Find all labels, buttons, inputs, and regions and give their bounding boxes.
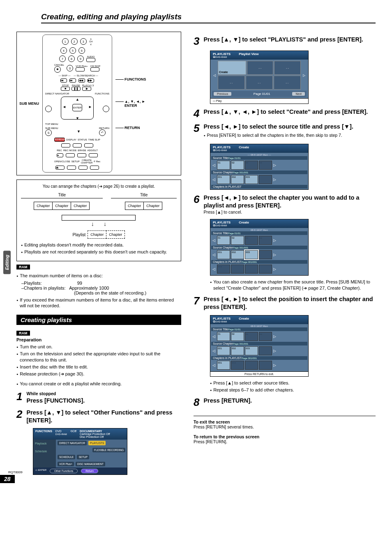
step-number: 2 [16, 409, 22, 424]
step-number: 8 [194, 397, 199, 408]
step8: Press [RETURN]. [203, 397, 376, 408]
label-sub-menu: SUB MENU [19, 101, 39, 106]
remote-diagram: SUB MENU 123 ∧CH∨ 456 789 AUDIO CANCEL [16, 32, 181, 175]
step1: Press [FUNCTIONS]. [26, 397, 181, 405]
section-header: Creating playlists [16, 315, 181, 325]
step7-note2: Repeat steps 6–7 to add other chapters. [210, 387, 376, 393]
osd-pv-prev: Previous [214, 92, 231, 96]
osd-c-ram: DVD-RAM [215, 224, 227, 227]
osd-c-title: PLAYLISTS [213, 145, 231, 149]
step7: Press [◄, ►] to select the position to i… [203, 295, 376, 311]
title-label: Title [111, 193, 177, 197]
thumb: 003 [245, 175, 258, 184]
step-number: 4 [194, 108, 199, 119]
osd-btn-sched: SCHEDULE [58, 455, 75, 459]
footer-code: RQT8009 [8, 470, 23, 474]
osd-c-create: Create [239, 221, 249, 227]
exit-t1: Press [RETURN] several times. [194, 424, 376, 429]
explain-intro: You can arrange the chapters (➔ page 26)… [21, 184, 177, 189]
exit-h2: To return to the previous screen [194, 434, 376, 439]
osd-c-create: Create [239, 145, 249, 152]
prep-item: Insert the disc with the title to edit. [16, 364, 181, 370]
step5: Press [◄, ►] to select the source title … [203, 123, 353, 130]
ram-ch-label: –Chapters in playlists: [21, 286, 66, 290]
chapter-cell: Chapter [34, 202, 53, 210]
osd-btn-setup: SETUP [77, 455, 89, 459]
ram-pl-label: –Playlists: [21, 281, 42, 286]
osd-create-1: PLAYLISTS ⦿DVD-RAM Create — 08 8 10/27 M… [210, 144, 309, 190]
exit-t2: Press [RETURN]. [194, 439, 376, 444]
osd-page: Page 01/01 [228, 157, 242, 159]
explain-point: Editing playlists doesn't modify the rec… [21, 242, 177, 248]
step7-note1: Press [▲] to select other source titles. [210, 380, 376, 386]
prep-item: Turn on the television and select the ap… [16, 351, 181, 363]
step-number: 5 [194, 123, 199, 140]
osd-func-off: Off [73, 430, 76, 433]
title-label: Title [21, 193, 103, 197]
step-number: 3 [194, 36, 199, 46]
chapter-cell: Chapter [125, 202, 144, 210]
label-functions: FUNCTIONS [115, 77, 146, 81]
explain-box: You can arrange the chapters (➔ page 26)… [16, 180, 181, 261]
osd-pv-create: Create [218, 61, 246, 75]
step-number: 6 [194, 194, 199, 215]
thumb: 01 [217, 161, 230, 170]
step2: Press [▲, ▼] to select "Other Functions"… [26, 409, 181, 424]
step1-pre: While stopped [26, 391, 181, 397]
chapter-cell: Chapter [143, 202, 162, 210]
osd-btn-vcr: VCR Plus+ [58, 462, 74, 466]
exit-block: To exit the screen Press [RETURN] severa… [194, 416, 376, 444]
thumb: 002 [231, 175, 244, 184]
osd-pv-ram: DVD-RAM [215, 56, 227, 58]
step6-sub: Press [▲] to cancel. [203, 210, 376, 215]
step5-sub: Press [ENTER] to select all the chapters… [203, 132, 376, 138]
osd-in-pl: Chapters in PLAYLIST [211, 185, 307, 189]
osd-pv-title: PLAYLISTS [213, 52, 231, 56]
pl-chapter: Chapter [106, 230, 125, 239]
osd-create-2: PLAYLISTS ⦿DVD-RAM Create 08 8 10/27 Mon… [210, 219, 309, 276]
osd-enter: ENTER [38, 469, 46, 471]
osd-func-title: FUNCTIONS [35, 430, 52, 438]
page-footer: RQT8009 28 [0, 470, 23, 483]
step6-note: You can also create a new chapter from t… [210, 279, 376, 291]
ram-badge: RAM [16, 265, 30, 269]
osd-btn-dm: DISC MANAGEMENT [76, 462, 105, 466]
playlist-label: Playlist [73, 233, 86, 237]
osd-c-title: PLAYLISTS [213, 221, 231, 224]
ram-line: The maximum number of items on a disc: [16, 273, 181, 279]
step-number: 7 [194, 295, 199, 311]
osd-btn-pl: PLAYLISTS [88, 441, 106, 445]
label-arrows-enter: ▲, ▼, ◄, ►ENTER [115, 99, 146, 108]
chapter-cell: Chapter [71, 202, 90, 210]
osd-func-cart: Cartridge Protection Off [80, 433, 110, 435]
step3: Press [▲, ▼] to select "PLAYLISTS" and p… [203, 36, 376, 46]
osd-create-3: PLAYLISTS ⦿DVD-RAM Create 08 8 10/27 Mon… [210, 315, 309, 377]
side-tab: Editing [3, 251, 11, 274]
ram-ch-note: (Depends on the state of recording.) [74, 290, 146, 295]
page-title: Creating, editing and playing playlists [41, 12, 376, 23]
osd-c-ram: DVD-RAM [215, 149, 227, 152]
osd-btn-other: Other Functions [50, 469, 78, 473]
osd-side-playback: Playback [33, 440, 56, 447]
osd-src-chapter: Source Chapter [213, 171, 233, 174]
osd-return-note: Press RETURN to exit. [210, 371, 308, 376]
prep-label: Preparation [16, 337, 181, 342]
prep-item: Turn the unit on. [16, 344, 181, 350]
exit-h1: To exit the screen [194, 419, 376, 424]
osd-page: Page 001/001 [233, 171, 250, 174]
osd-src-title: Source Title [213, 157, 228, 159]
osd-func-doc: DOCUMENTARY [80, 430, 110, 433]
ram-badge: RAM [16, 331, 30, 336]
explain-point: Playlists are not recorded separately so… [21, 249, 177, 255]
osd-btn-dn: DIRECT NAVIGATOR [58, 441, 87, 445]
page-number: 28 [0, 475, 15, 483]
prep-note: You cannot create or edit a playlist whi… [16, 381, 181, 387]
osd-pv-next: Next [292, 92, 304, 96]
osd-pv-play: ⬭ Play [210, 98, 308, 104]
pl-chapter: Chapter [88, 230, 106, 239]
osd-pv-page: Page 01/01 [254, 92, 270, 96]
ram-line2: If you exceed the maximum numbers of ite… [16, 297, 181, 309]
thumb: 02 [231, 161, 244, 170]
step6: Press [◄, ►] to select the chapter you w… [203, 194, 359, 209]
thumb: 001 [217, 175, 230, 184]
